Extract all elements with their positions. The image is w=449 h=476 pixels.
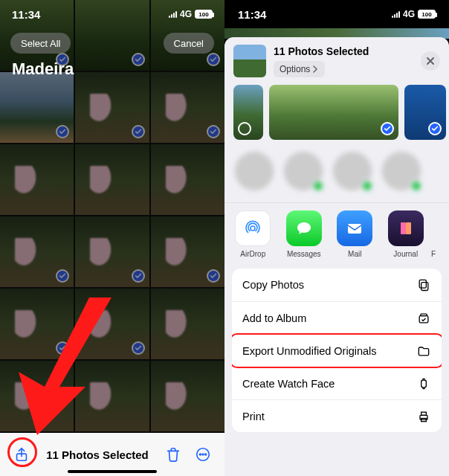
app-mail[interactable]: Mail [329,210,381,258]
app-row: AirDrop Messages Mail [224,202,449,268]
photo-strip[interactable] [224,85,449,147]
strip-photo[interactable] [404,85,446,140]
more-app-icon [431,210,442,246]
cancel-button[interactable]: Cancel [164,33,214,54]
svg-rect-13 [421,380,427,387]
copy-icon [416,277,431,292]
contact-avatar[interactable] [333,152,372,190]
network-label: 4G [180,9,192,19]
app-label: Journal [393,250,418,258]
left-phone: 11:34 4G 100 Select All Cancel Madeira 1… [0,0,224,476]
contact-avatar[interactable] [382,152,421,190]
folder-icon [416,344,431,358]
time: 11:34 [12,8,40,21]
svg-rect-11 [419,315,428,322]
mail-icon [337,210,372,246]
time: 11:34 [238,8,266,21]
app-messages[interactable]: Messages [279,210,330,258]
svg-point-5 [251,226,255,231]
action-create-watch-face[interactable]: Create Watch Face [232,367,442,399]
svg-rect-6 [348,224,361,234]
check-icon [428,122,442,135]
app-more[interactable]: F [431,210,446,258]
share-button[interactable] [10,443,33,466]
selection-thumbnail [233,45,266,77]
svg-point-3 [202,454,204,455]
action-print[interactable]: Print [232,399,442,432]
chevron-right-icon [311,65,319,73]
app-label: F [431,250,436,258]
svg-rect-15 [421,412,427,415]
selection-count: 11 Photos Selected [33,448,162,461]
check-icon [381,122,394,135]
signal-icon [169,10,177,18]
status-dot-icon [410,180,422,192]
more-button[interactable] [192,443,214,466]
status-bar: 11:34 4G 100 [224,0,449,28]
home-indicator [68,470,157,473]
battery-icon: 100 [195,10,213,19]
action-copy-photos[interactable]: Copy Photos [232,268,442,301]
battery-icon: 100 [418,10,436,19]
action-add-to-album[interactable]: Add to Album [232,301,442,334]
album-title: Madeira [12,60,74,79]
options-button[interactable]: Options [274,61,325,77]
contact-avatar[interactable] [284,152,323,190]
share-sheet: 11 Photos Selected Options [224,37,449,476]
close-button[interactable] [421,51,440,71]
contact-avatar[interactable] [235,152,274,190]
contact-row [224,147,449,202]
svg-rect-10 [419,280,426,288]
sheet-title: 11 Photos Selected [274,45,413,57]
watch-icon [416,376,431,391]
app-airdrop[interactable]: AirDrop [227,210,279,258]
app-label: AirDrop [240,250,265,258]
status-bar: 11:34 4G 100 [0,0,224,28]
right-phone: 11:34 4G 100 11 Photos Selected Options [224,0,449,476]
airdrop-icon [235,210,271,246]
album-icon [416,311,431,326]
strip-photo[interactable] [269,85,398,140]
svg-rect-12 [421,314,427,316]
trash-button[interactable] [162,443,184,466]
svg-rect-9 [421,283,428,291]
check-open-icon [238,122,251,135]
select-all-button[interactable]: Select All [10,33,71,54]
journal-icon [388,210,424,246]
app-journal[interactable]: Journal [381,210,432,258]
svg-rect-8 [406,222,411,234]
network-label: 4G [403,9,415,19]
action-export-unmodified[interactable]: Export Unmodified Originals [232,334,442,367]
app-label: Mail [348,250,361,258]
status-dot-icon [361,180,373,192]
messages-icon [286,210,322,246]
close-icon [426,57,435,65]
status-dot-icon [312,180,324,192]
svg-rect-7 [401,222,406,234]
app-label: Messages [287,250,321,258]
svg-point-4 [205,454,207,455]
signal-icon [392,10,400,18]
svg-point-2 [199,454,201,455]
printer-icon [416,409,431,424]
strip-photo[interactable] [233,85,263,140]
action-list: Copy Photos Add to Album Export Unmodifi… [232,268,442,432]
